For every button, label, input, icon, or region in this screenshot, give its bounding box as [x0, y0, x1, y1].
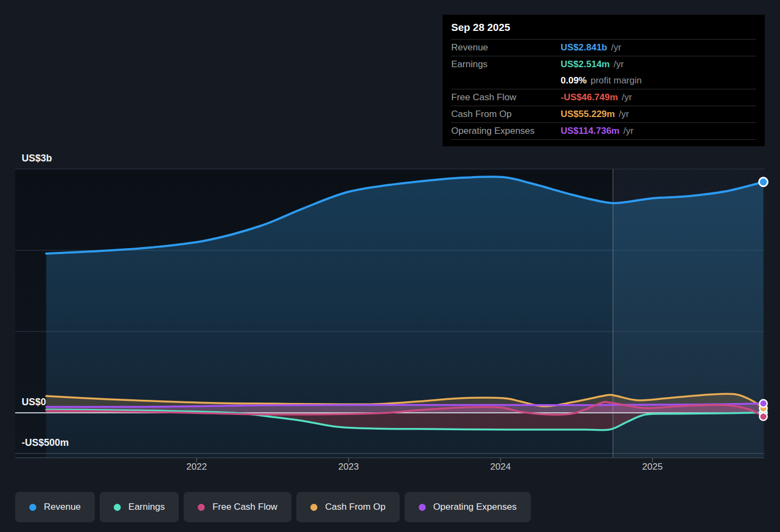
x-axis-label: 2025: [642, 462, 663, 472]
tooltip-row-value: US$2.841b: [561, 42, 607, 53]
earnings-revenue-history-chart: Sep 28 2025 RevenueUS$2.841b/yrEarningsU…: [0, 0, 780, 532]
revenue-end-marker[interactable]: [759, 178, 768, 186]
tooltip-row-value: US$2.514m: [561, 59, 610, 69]
earnings-legend-dot-icon: [114, 504, 121, 511]
tooltip-row-suffix: /yr: [622, 92, 632, 102]
legend-item-label: Free Cash Flow: [212, 502, 277, 512]
tooltip-row-value: US$55.229m: [561, 109, 615, 119]
cash-from-op-legend-dot-icon: [310, 504, 317, 511]
tooltip-row-value-group: US$2.514m/yr: [561, 59, 756, 70]
chart-legend: RevenueEarningsFree Cash FlowCash From O…: [15, 492, 531, 522]
tooltip-row-value-group: US$114.736m/yr: [561, 126, 756, 137]
tooltip-row: 0.09%profit margin: [451, 73, 756, 89]
legend-item-revenue[interactable]: Revenue: [15, 492, 95, 522]
legend-item-label: Earnings: [128, 502, 165, 512]
tooltip-row: EarningsUS$2.514m/yr: [451, 56, 756, 73]
tooltip-rows: RevenueUS$2.841b/yrEarningsUS$2.514m/yr0…: [451, 40, 756, 140]
free-cash-flow-end-marker[interactable]: [759, 413, 767, 420]
legend-item-earnings[interactable]: Earnings: [100, 492, 179, 522]
tooltip-row: Free Cash Flow-US$46.749m/yr: [451, 89, 756, 106]
tooltip-row-label: Free Cash Flow: [451, 92, 561, 103]
tooltip-row-suffix: /yr: [619, 109, 629, 119]
operating-expenses-end-marker[interactable]: [759, 400, 767, 407]
tooltip-row-value: 0.09%: [561, 75, 587, 86]
legend-item-label: Revenue: [44, 502, 81, 512]
tooltip-date: Sep 28 2025: [451, 15, 756, 40]
tooltip-row-label: Operating Expenses: [451, 126, 561, 137]
x-axis-label: 2023: [339, 462, 359, 472]
tooltip-row-suffix: /yr: [614, 59, 624, 69]
operating-expenses-legend-dot-icon: [419, 504, 426, 511]
tooltip-row-value-group: -US$46.749m/yr: [561, 92, 756, 103]
legend-item-operating-expenses[interactable]: Operating Expenses: [405, 492, 531, 522]
tooltip-row-value: US$114.736m: [561, 126, 620, 136]
x-axis-label: 2024: [490, 462, 511, 472]
tooltip-row: Operating ExpensesUS$114.736m/yr: [451, 123, 756, 140]
legend-item-label: Operating Expenses: [433, 502, 517, 512]
tooltip-row-value: -US$46.749m: [561, 92, 618, 102]
y-axis-label: US$0: [22, 397, 46, 407]
tooltip-row: Cash From OpUS$55.229m/yr: [451, 106, 756, 123]
y-axis-label: US$3b: [22, 153, 52, 164]
tooltip-row: RevenueUS$2.841b/yr: [451, 40, 756, 56]
tooltip-row-value-group: 0.09%profit margin: [561, 75, 756, 86]
tooltip-row-suffix: /yr: [611, 42, 621, 53]
tooltip-row-label: Cash From Op: [451, 109, 561, 120]
chart-tooltip: Sep 28 2025 RevenueUS$2.841b/yrEarningsU…: [443, 15, 765, 146]
legend-item-label: Cash From Op: [325, 502, 385, 512]
y-axis-label: -US$500m: [22, 437, 69, 448]
legend-item-cash-from-op[interactable]: Cash From Op: [296, 492, 399, 522]
free-cash-flow-legend-dot-icon: [198, 504, 205, 511]
tooltip-row-label: Earnings: [451, 59, 561, 70]
revenue-legend-dot-icon: [29, 504, 36, 511]
legend-item-free-cash-flow[interactable]: Free Cash Flow: [184, 492, 291, 522]
x-axis-label: 2022: [186, 462, 207, 472]
tooltip-row-suffix: /yr: [623, 126, 634, 136]
tooltip-row-label: Revenue: [451, 42, 561, 53]
tooltip-row-value-group: US$2.841b/yr: [561, 42, 756, 53]
tooltip-row-suffix: profit margin: [590, 75, 641, 86]
tooltip-row-value-group: US$55.229m/yr: [561, 109, 756, 120]
